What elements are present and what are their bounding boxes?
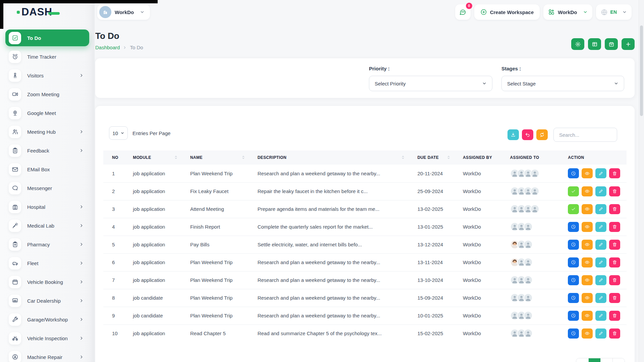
table-row: 6job applicationPlan Weekend TripResearc… <box>103 253 627 271</box>
sidebar-item-hospital[interactable]: Hospital <box>5 198 89 215</box>
clock-button[interactable] <box>568 168 579 178</box>
sidebar-item-medical-lab[interactable]: Medical Lab <box>5 217 89 234</box>
pagination-item-0[interactable]: « <box>576 358 588 362</box>
delete-button[interactable] <box>609 328 620 339</box>
edit-button[interactable] <box>595 328 606 339</box>
view-button[interactable] <box>582 204 593 214</box>
sidebar-item-to-do[interactable]: To Do <box>5 29 89 46</box>
workspace-menu[interactable]: WorkDo <box>543 4 592 20</box>
reset-button[interactable] <box>522 129 533 140</box>
column-header-due-date[interactable]: DUE DATE <box>409 150 454 165</box>
sidebar-item-iconbox <box>9 126 21 138</box>
column-header-name[interactable]: NAME <box>181 150 249 165</box>
clipboard-plus-icon <box>12 241 18 248</box>
view-button[interactable] <box>582 293 593 303</box>
stage-select[interactable]: Select Stage <box>501 76 624 91</box>
sidebar-item-iconbox <box>9 163 21 176</box>
assignee-avatar <box>524 240 533 249</box>
view-button[interactable] <box>582 275 593 285</box>
chevron-down-icon <box>120 131 124 135</box>
edit-button[interactable] <box>595 257 606 267</box>
edit-button[interactable] <box>595 275 606 285</box>
settings-button[interactable] <box>571 38 584 50</box>
sidebar-item-messenger[interactable]: Messenger <box>5 180 89 196</box>
view-button[interactable] <box>582 168 593 178</box>
edit-button[interactable] <box>595 311 606 321</box>
workspace-switcher[interactable]: WorkDo <box>97 4 150 20</box>
delete-button[interactable] <box>609 240 620 250</box>
edit-button[interactable] <box>595 240 606 250</box>
sidebar-item-car-dealership[interactable]: Car Dealership <box>5 292 89 309</box>
sidebar-item-meeting-hub[interactable]: Meeting Hub <box>5 123 89 140</box>
complete-button[interactable] <box>568 186 579 196</box>
sidebar-item-pharmacy[interactable]: Pharmacy <box>5 236 89 253</box>
calendar-view-button[interactable] <box>605 38 618 50</box>
sidebar-item-time-tracker[interactable]: Time Tracker <box>5 48 89 65</box>
edit-button[interactable] <box>595 186 606 196</box>
priority-select[interactable]: Select Priority <box>369 76 492 91</box>
edit-button[interactable] <box>595 204 606 214</box>
clock-button[interactable] <box>568 222 579 232</box>
sidebar-item-garage-workshop[interactable]: Garage/Workshop <box>5 311 89 328</box>
pagination-item-3[interactable]: » <box>612 358 625 362</box>
chat-button[interactable]: 0 <box>455 4 471 20</box>
clock-button[interactable] <box>568 257 579 267</box>
view-button[interactable] <box>582 240 593 250</box>
entries-per-page-select[interactable]: 10 <box>109 126 128 140</box>
sort-icon[interactable] <box>401 155 405 160</box>
delete-button[interactable] <box>609 204 620 214</box>
column-header-description[interactable]: DESCRIPTION <box>249 150 409 165</box>
grid-view-button[interactable] <box>588 38 601 50</box>
delete-button[interactable] <box>609 311 620 321</box>
clock-button[interactable] <box>568 328 579 339</box>
sidebar-item-visitors[interactable]: Visitors <box>5 67 89 84</box>
view-button[interactable] <box>582 311 593 321</box>
export-button[interactable] <box>507 129 519 140</box>
column-header-module[interactable]: MODULE <box>124 150 181 165</box>
delete-button[interactable] <box>609 257 620 267</box>
search-input[interactable] <box>553 128 617 142</box>
sidebar-item-email-box[interactable]: EMail Box <box>5 161 89 178</box>
page-scrollbar[interactable] <box>639 0 644 362</box>
chat-badge: 0 <box>466 3 472 9</box>
scrollbar-thumb[interactable] <box>640 25 643 116</box>
view-button[interactable] <box>582 186 593 196</box>
create-workspace-button[interactable]: Create Workspace <box>474 4 540 20</box>
delete-button[interactable] <box>609 186 620 196</box>
edit-button[interactable] <box>595 293 606 303</box>
alarm-clock-icon <box>12 53 18 60</box>
sort-icon[interactable] <box>446 155 451 160</box>
clock-button[interactable] <box>568 275 579 285</box>
sidebar-item-google-meet[interactable]: Google Meet <box>5 105 89 121</box>
edit-button[interactable] <box>595 222 606 232</box>
view-button[interactable] <box>582 222 593 232</box>
delete-button[interactable] <box>609 293 620 303</box>
view-button[interactable] <box>582 328 593 339</box>
sidebar-item-zoom-meeting[interactable]: Zoom Meeting <box>5 86 89 103</box>
pagination-item-1[interactable]: 1 <box>588 358 600 362</box>
language-selector[interactable]: EN <box>596 4 632 20</box>
sidebar-item-vehicle-booking[interactable]: Vehicle Booking <box>5 274 89 290</box>
delete-button[interactable] <box>609 275 620 285</box>
view-button[interactable] <box>582 257 593 267</box>
dash-logo[interactable]: DASH <box>0 0 95 24</box>
clock-button[interactable] <box>568 293 579 303</box>
sort-icon[interactable] <box>174 155 178 160</box>
sidebar-item-machine-repair[interactable]: Machine Repair <box>5 349 89 362</box>
refresh-button[interactable] <box>536 129 548 140</box>
breadcrumb-dashboard-link[interactable]: Dashboard <box>95 45 120 50</box>
clock-button[interactable] <box>568 311 579 321</box>
pagination-item-2[interactable]: 2 <box>600 358 612 362</box>
sidebar-item-fleet[interactable]: Fleet <box>5 255 89 272</box>
delete-button[interactable] <box>609 222 620 232</box>
add-button[interactable] <box>622 38 635 50</box>
complete-button[interactable] <box>568 204 579 214</box>
edit-button[interactable] <box>595 168 606 178</box>
window-edge-artifact <box>0 0 158 3</box>
cell-name: Finish Report <box>181 218 249 236</box>
delete-button[interactable] <box>609 168 620 178</box>
sidebar-item-feedback[interactable]: Feedback <box>5 142 89 159</box>
sort-icon[interactable] <box>241 155 246 160</box>
clock-button[interactable] <box>568 240 579 250</box>
sidebar-item-vehicle-inspection[interactable]: Vehicle Inspection <box>5 330 89 347</box>
